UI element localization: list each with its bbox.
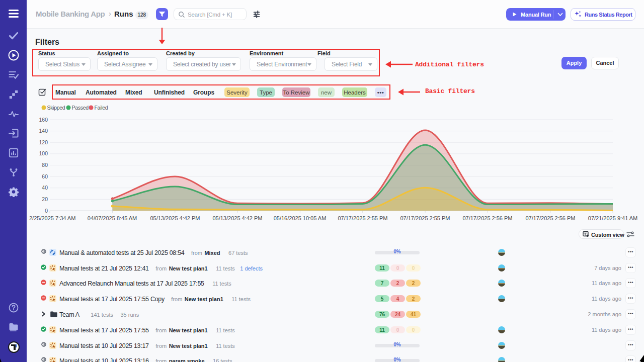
svg-text:Skipped: Skipped xyxy=(47,105,65,111)
svg-text:40: 40 xyxy=(42,185,48,191)
svg-text:80: 80 xyxy=(42,162,48,168)
svg-text:07/17/2025 2:56 PM: 07/17/2025 2:56 PM xyxy=(462,215,512,221)
svg-text:120: 120 xyxy=(39,139,48,145)
svg-text:140: 140 xyxy=(39,128,48,134)
svg-text:07/21/2025 9:41 AM: 07/21/2025 9:41 AM xyxy=(588,215,637,221)
svg-text:Failed: Failed xyxy=(95,105,108,111)
svg-text:05/16/2025 10:05 AM: 05/16/2025 10:05 AM xyxy=(274,215,327,221)
svg-text:0: 0 xyxy=(45,208,48,214)
svg-text:160: 160 xyxy=(39,117,48,123)
svg-text:05/13/2025 4:42 PM: 05/13/2025 4:42 PM xyxy=(212,215,262,221)
svg-text:07/17/2025 2:55 PM: 07/17/2025 2:55 PM xyxy=(338,215,387,221)
svg-text:60: 60 xyxy=(42,173,48,179)
svg-text:05/13/2025 4:42 PM: 05/13/2025 4:42 PM xyxy=(150,215,200,221)
svg-text:07/17/2025 2:56 PM: 07/17/2025 2:56 PM xyxy=(525,215,575,221)
svg-text:20: 20 xyxy=(42,196,48,202)
svg-text:07/17/2025 2:55 PM: 07/17/2025 2:55 PM xyxy=(400,215,450,221)
svg-text:100: 100 xyxy=(39,150,48,156)
svg-text:04/07/2025 8:45 AM: 04/07/2025 8:45 AM xyxy=(88,215,137,221)
svg-text:2/25/2025 7:34 AM: 2/25/2025 7:34 AM xyxy=(29,215,75,221)
svg-text:Passed: Passed xyxy=(72,105,89,111)
